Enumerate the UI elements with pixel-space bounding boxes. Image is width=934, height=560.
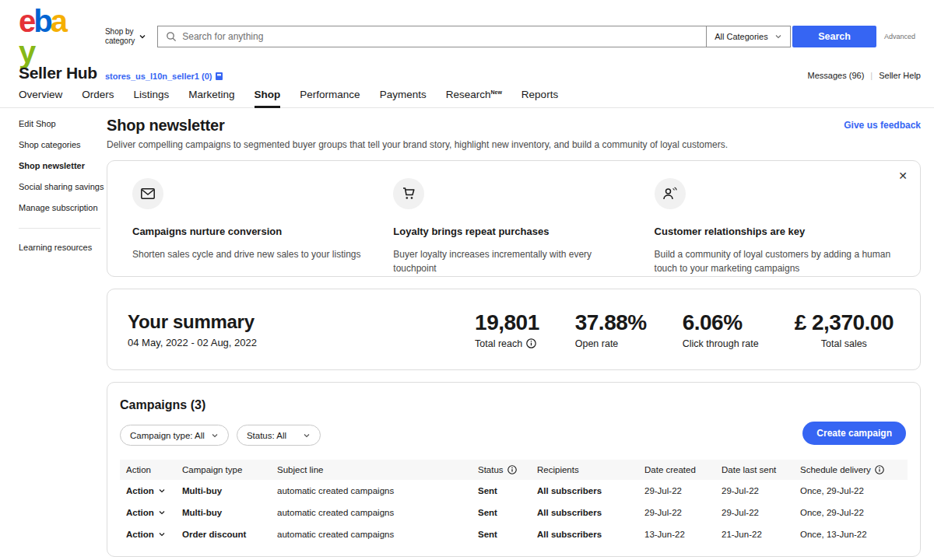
top-bar: ebay Shop by category All Categories Sea… [0, 0, 934, 62]
banner-card-description: Build a community of loyal customers by … [655, 247, 897, 275]
page-head: Shop newsletter Deliver compelling campa… [107, 117, 921, 150]
search-button[interactable]: Search [792, 26, 876, 47]
logo-letter-y: y [19, 37, 33, 68]
icon-circle [655, 178, 686, 209]
campaigns-table: Action Campaign type Subject line Status… [120, 460, 908, 545]
search-input[interactable] [182, 31, 698, 42]
sidebar-item-learning-resources[interactable]: Learning resources [19, 243, 107, 252]
sidebar-divider [19, 228, 100, 229]
action-dropdown[interactable]: Action [120, 530, 176, 539]
logo-letter-b: b [33, 5, 50, 37]
seller-hub-title: Seller Hub [19, 64, 97, 82]
info-icon[interactable] [875, 465, 884, 474]
tab-overview[interactable]: Overview [19, 89, 62, 107]
shop-by-line1: Shop by [105, 27, 135, 37]
tab-payments[interactable]: Payments [380, 89, 427, 107]
cell-status: Sent [472, 486, 531, 495]
banner-card-description: Buyer loyalty increases incrementally wi… [393, 247, 630, 275]
give-us-feedback-link[interactable]: Give us feedback [844, 117, 921, 131]
tab-research-label: Research [446, 89, 491, 100]
logo-letter-a: a [51, 5, 65, 37]
cell-recipients: All subscribers [531, 508, 638, 517]
close-icon[interactable]: ✕ [898, 170, 908, 181]
icon-circle [132, 178, 163, 209]
banner-card-relationships: Customer relationships are key Build a c… [655, 178, 897, 275]
store-icon [215, 72, 223, 81]
metric-open-rate: 37.88% Open rate [575, 310, 647, 349]
cell-schedule-delivery: Once, 29-Jul-22 [794, 508, 908, 517]
shop-by-category-dropdown[interactable]: Shop by category [105, 27, 146, 47]
info-icon[interactable] [526, 338, 536, 348]
table-header-row: Action Campaign type Subject line Status… [120, 460, 908, 480]
cell-date-last-sent: 29-Jul-22 [715, 508, 794, 517]
campaign-type-filter[interactable]: Campaign type: All [120, 425, 229, 446]
icon-circle [393, 178, 424, 209]
banner-card-title: Customer relationships are key [655, 226, 897, 237]
page-description: Deliver compelling campaigns to segmente… [107, 139, 728, 150]
advanced-search-link[interactable]: Advanced [884, 33, 915, 40]
banner-card-title: Campaigns nurture conversion [132, 226, 370, 237]
sidebar-item-shop-categories[interactable]: Shop categories [19, 140, 107, 149]
cell-date-last-sent: 21-Jun-22 [715, 530, 794, 539]
header-subject-line: Subject line [271, 465, 472, 474]
summary-left: Your summary 04 May, 2022 - 02 Aug, 2022 [128, 311, 257, 348]
tab-research[interactable]: ResearchNew [446, 89, 502, 107]
campaign-type-filter-label: Campaign type: All [130, 431, 205, 440]
header-status: Status [472, 465, 531, 474]
cell-subject-line: automatic created campaigns [271, 508, 472, 517]
category-select[interactable]: All Categories [706, 26, 790, 47]
info-banner: Campaigns nurture conversion Shorten sal… [107, 160, 921, 277]
sidebar-item-shop-newsletter[interactable]: Shop newsletter [19, 161, 107, 170]
page-title: Shop newsletter [107, 117, 728, 135]
cell-date-last-sent: 29-Jul-22 [715, 486, 794, 495]
header-links: Messages (96) | Seller Help [808, 71, 921, 80]
chevron-down-icon [158, 487, 166, 495]
chevron-down-icon [211, 432, 219, 439]
tab-performance[interactable]: Performance [300, 89, 360, 107]
banner-card-description: Shorten sales cycle and drive new sales … [132, 247, 370, 261]
cell-subject-line: automatic created campaigns [271, 486, 472, 495]
summary-metrics: 19,801 Total reach 37.88% Open rate 6.06… [475, 310, 894, 349]
messages-link[interactable]: Messages (96) [808, 71, 865, 80]
tab-marketing[interactable]: Marketing [188, 89, 234, 107]
tab-shop[interactable]: Shop [255, 89, 281, 107]
cell-date-created: 29-Jul-22 [638, 508, 715, 517]
cell-status: Sent [472, 530, 531, 539]
category-select-value: All Categories [715, 32, 767, 41]
cell-subject-line: automatic created campaigns [271, 530, 472, 539]
action-dropdown[interactable]: Action [120, 486, 176, 495]
info-icon[interactable] [507, 465, 517, 474]
store-link[interactable]: stores_us_l10n_seller1 (0) [105, 72, 224, 81]
cell-status: Sent [472, 508, 531, 517]
sidebar-item-edit-shop[interactable]: Edit Shop [19, 119, 107, 128]
tab-reports[interactable]: Reports [521, 89, 558, 107]
tab-orders[interactable]: Orders [82, 89, 114, 107]
campaign-filters: Campaign type: All Status: All [120, 425, 908, 446]
cart-icon [402, 187, 416, 201]
table-row: Action Multi-buy automatic created campa… [120, 480, 908, 502]
metric-total-reach: 19,801 Total reach [475, 310, 539, 349]
status-filter[interactable]: Status: All [237, 425, 321, 446]
cell-date-created: 13-Jun-22 [638, 530, 715, 539]
cell-schedule-delivery: Once, 29-Jul-22 [794, 486, 908, 495]
new-badge: New [490, 89, 501, 95]
content-area: Edit Shop Shop categories Shop newslette… [0, 108, 934, 557]
metric-value: £ 2,370.00 [795, 310, 894, 335]
action-dropdown[interactable]: Action [120, 508, 176, 517]
create-campaign-button[interactable]: Create campaign [802, 422, 906, 445]
summary-title: Your summary [128, 311, 257, 333]
cell-campaign-type: Multi-buy [176, 508, 271, 517]
header-date-created: Date created [638, 465, 715, 474]
cell-date-created: 29-Jul-22 [638, 486, 715, 495]
sidebar-item-manage-subscription[interactable]: Manage subscription [19, 203, 107, 212]
cell-campaign-type: Order discount [176, 530, 271, 539]
tab-listings[interactable]: Listings [134, 89, 170, 107]
sidebar: Edit Shop Shop categories Shop newslette… [19, 108, 107, 557]
seller-help-link[interactable]: Seller Help [879, 71, 921, 80]
cell-campaign-type: Multi-buy [176, 486, 271, 495]
sidebar-item-social-sharing-savings[interactable]: Social sharing savings [19, 182, 107, 191]
ebay-logo[interactable]: ebay [19, 5, 79, 68]
search-field [158, 26, 706, 47]
summary-date-range: 04 May, 2022 - 02 Aug, 2022 [128, 337, 257, 348]
cell-recipients: All subscribers [531, 530, 638, 539]
